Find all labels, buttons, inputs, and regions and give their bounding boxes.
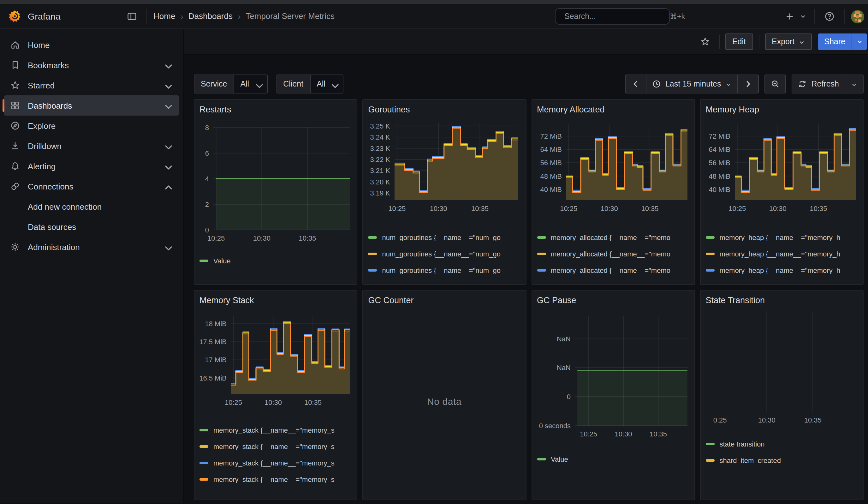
legend-item[interactable]: Value [199, 253, 352, 269]
legend-item[interactable]: memory_heap {__name__="memory_h [706, 246, 858, 262]
add-new-button[interactable] [782, 8, 798, 25]
legend-item[interactable]: memory_allocated {__name__="memo [537, 262, 689, 278]
legend-series-marker[interactable] [537, 253, 546, 255]
legend-series-label[interactable]: memory_heap {__name__="memory_h [720, 250, 840, 258]
legend-series-label[interactable]: state transition [720, 440, 765, 448]
legend-series-marker[interactable] [706, 459, 715, 462]
legend-series-label[interactable]: memory_allocated {__name__="memo [551, 250, 670, 258]
variable-service[interactable]: ServiceAll [194, 74, 267, 93]
chevron-down-icon[interactable] [164, 243, 171, 251]
legend-series-label[interactable]: memory_heap {__name__="memory_h [720, 234, 840, 241]
legend-series-label[interactable]: memory_stack {__name__="memory_s [213, 426, 334, 434]
legend-series-label[interactable]: memory_stack {__name__="memory_s [213, 475, 334, 483]
panel-title[interactable]: GC Counter [368, 296, 521, 308]
legend-series-marker[interactable] [537, 236, 546, 239]
sidebar-item-explore[interactable]: Explore [4, 116, 179, 136]
variable-value[interactable]: All [310, 75, 343, 93]
legend-series-marker[interactable] [199, 445, 208, 448]
legend-series-label[interactable]: memory_stack {__name__="memory_s [213, 459, 334, 467]
chevron-down-icon[interactable] [164, 102, 171, 109]
panel-title[interactable]: State Transition [706, 296, 858, 308]
favorite-star-icon[interactable] [697, 33, 713, 50]
chevron-up-icon[interactable] [164, 183, 171, 190]
legend-series-marker[interactable] [537, 269, 546, 271]
time-forward-button[interactable] [738, 74, 759, 93]
legend-series-label[interactable]: Value [213, 257, 231, 265]
legend-series-label[interactable]: memory_stack {__name__="memory_s [213, 443, 334, 450]
legend-item[interactable]: memory_allocated {__name__="memo [537, 246, 689, 262]
legend-series-label[interactable]: num_goroutines {__name__="num_go [382, 250, 500, 258]
breadcrumb-dashboards[interactable]: Dashboards [188, 11, 232, 21]
variable-client[interactable]: ClientAll [276, 74, 344, 93]
user-avatar[interactable] [851, 10, 864, 23]
legend-series-label[interactable]: shard_item_created [720, 457, 781, 464]
grafana-logo[interactable] [8, 10, 21, 23]
panel-title[interactable]: Goroutines [368, 105, 521, 114]
help-icon[interactable] [821, 8, 838, 25]
panel-title[interactable]: GC Pause [537, 296, 689, 308]
share-chevron-icon[interactable] [851, 33, 867, 50]
add-new-chevron-icon[interactable] [798, 8, 808, 25]
legend-item[interactable]: memory_allocated {__name__="memo [537, 229, 689, 246]
legend-series-marker[interactable] [368, 269, 377, 271]
legend-series-label[interactable]: Value [551, 455, 568, 463]
edit-button[interactable]: Edit [725, 33, 753, 50]
sidebar-item-bookmarks[interactable]: Bookmarks [4, 55, 179, 75]
legend-item[interactable]: num_goroutines {__name__="num_go [368, 278, 521, 279]
refresh-button[interactable]: Refresh [792, 74, 845, 93]
legend-item[interactable]: memory_heap {__name__="memory_h [706, 262, 858, 278]
legend-series-marker[interactable] [199, 478, 208, 481]
legend-series-marker[interactable] [706, 443, 715, 445]
legend-item[interactable]: num_goroutines {__name__="num_go [368, 262, 521, 278]
legend-item[interactable]: memory_heap {__name__="memory_h [706, 278, 858, 279]
time-range-picker[interactable]: Last 15 minutes [647, 74, 738, 93]
chevron-down-icon[interactable] [164, 142, 171, 150]
sidebar-item-home[interactable]: Home [4, 35, 179, 55]
brand-name[interactable]: Grafana [28, 11, 61, 21]
sidebar-item-starred[interactable]: Starred [4, 75, 179, 95]
legend-item[interactable]: memory_stack {__name__="memory_s [199, 471, 352, 487]
time-back-button[interactable] [625, 74, 647, 93]
search-input[interactable] [564, 12, 666, 21]
panel-title[interactable]: Restarts [199, 105, 352, 117]
panel-title[interactable]: Memory Allocated [537, 105, 689, 114]
legend-item[interactable]: memory_stack {__name__="memory_s [199, 422, 352, 438]
legend-series-label[interactable]: num_goroutines {__name__="num_go [382, 267, 500, 274]
share-button[interactable]: Share [818, 33, 851, 50]
breadcrumb-home[interactable]: Home [153, 11, 175, 21]
legend-series-marker[interactable] [199, 429, 208, 431]
legend-series-marker[interactable] [706, 269, 715, 271]
legend-series-marker[interactable] [199, 260, 208, 262]
legend-series-marker[interactable] [706, 236, 715, 239]
chevron-down-icon[interactable] [164, 162, 171, 170]
sidebar-item-data-sources[interactable]: Data sources [4, 217, 179, 237]
sidebar-item-drilldown[interactable]: Drilldown [4, 136, 179, 156]
legend-series-label[interactable]: memory_heap {__name__="memory_h [720, 267, 840, 274]
sidebar-item-alerting[interactable]: Alerting [4, 156, 179, 176]
search-box[interactable]: ⌘+k [555, 8, 670, 25]
sidebar-toggle-icon[interactable] [124, 8, 140, 24]
legend-series-label[interactable]: memory_allocated {__name__="memo [551, 234, 670, 241]
legend-item[interactable]: shard_item_created [706, 452, 858, 469]
legend-series-marker[interactable] [706, 253, 715, 255]
legend-series-label[interactable]: num_goroutines {__name__="num_go [382, 234, 500, 241]
legend-item[interactable]: num_goroutines {__name__="num_go [368, 246, 521, 262]
sidebar-item-add-new-connection[interactable]: Add new connection [4, 196, 179, 217]
panel-title[interactable]: Memory Heap [706, 105, 858, 114]
sidebar-item-connections[interactable]: Connections [4, 176, 179, 196]
variable-value[interactable]: All [234, 75, 267, 93]
sidebar-item-administration[interactable]: Administration [4, 237, 179, 257]
legend-item[interactable]: memory_stack {__name__="memory_s [199, 455, 352, 471]
export-button[interactable]: Export [765, 33, 812, 50]
legend-series-marker[interactable] [368, 236, 377, 239]
panel-title[interactable]: Memory Stack [199, 296, 352, 308]
legend-item[interactable]: state transition [706, 436, 858, 452]
legend-series-label[interactable]: memory_allocated {__name__="memo [551, 267, 670, 274]
legend-series-marker[interactable] [368, 253, 377, 255]
refresh-interval-chevron[interactable] [845, 74, 864, 93]
sidebar-item-dashboards[interactable]: Dashboards [4, 95, 179, 116]
legend-item[interactable]: Value [537, 451, 689, 467]
legend-item[interactable]: memory_stack {__name__="memory_s [199, 438, 352, 455]
legend-series-marker[interactable] [537, 458, 546, 460]
chevron-down-icon[interactable] [164, 81, 171, 89]
